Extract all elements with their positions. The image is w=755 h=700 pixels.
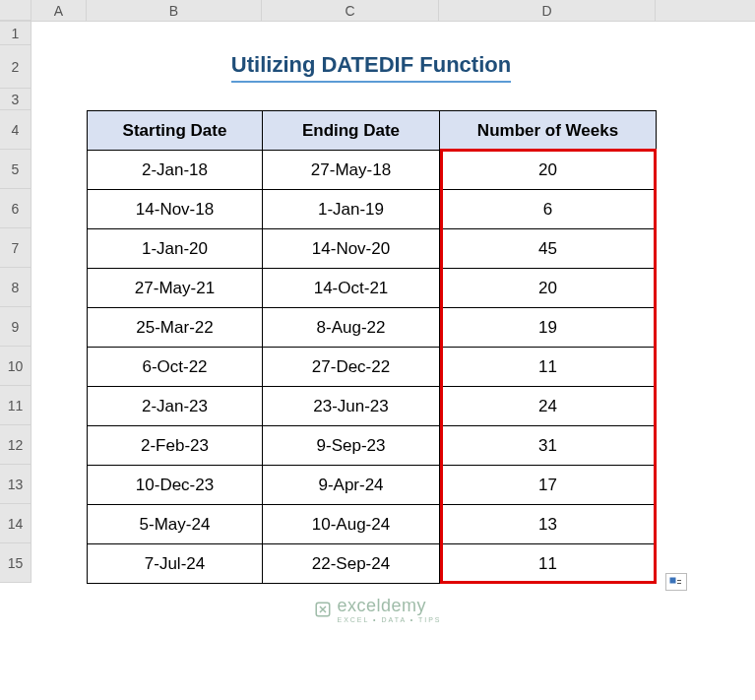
cell-weeks[interactable]: 6 [440, 190, 657, 229]
header-ending-date[interactable]: Ending Date [263, 111, 440, 151]
row-headers: 1 2 3 4 5 6 7 8 9 10 11 12 13 14 15 [0, 22, 31, 583]
cell-weeks[interactable]: 13 [440, 505, 657, 544]
row-header-12[interactable]: 12 [0, 425, 31, 465]
select-all-corner[interactable] [0, 0, 31, 21]
cell-weeks[interactable]: 20 [440, 151, 657, 190]
row-header-2[interactable]: 2 [0, 45, 31, 89]
table-row: 14-Nov-18 1-Jan-19 6 [88, 190, 657, 229]
col-header-B[interactable]: B [87, 0, 262, 21]
table-row: 10-Dec-23 9-Apr-24 17 [88, 466, 657, 505]
table-row: 27-May-21 14-Oct-21 20 [88, 269, 657, 308]
cell-start[interactable]: 2-Jan-18 [88, 151, 263, 190]
brand-icon [313, 601, 331, 618]
cell-weeks[interactable]: 17 [440, 466, 657, 505]
table-row: 5-May-24 10-Aug-24 13 [88, 505, 657, 544]
watermark: exceldemy EXCEL • DATA • TIPS [313, 596, 441, 623]
cell-start[interactable]: 25-Mar-22 [88, 308, 263, 348]
table-row: 2-Jan-18 27-May-18 20 [88, 151, 657, 190]
svg-rect-0 [670, 578, 675, 583]
table-header-row: Starting Date Ending Date Number of Week… [88, 111, 657, 151]
title-cell[interactable]: Utilizing DATEDIF Function [87, 45, 656, 89]
row-header-15[interactable]: 15 [0, 543, 31, 583]
cell-end[interactable]: 1-Jan-19 [263, 190, 440, 229]
cell-weeks[interactable]: 24 [440, 387, 657, 426]
row-header-14[interactable]: 14 [0, 504, 31, 543]
cell-start[interactable]: 2-Jan-23 [88, 387, 263, 426]
header-starting-date[interactable]: Starting Date [88, 111, 263, 151]
cell-weeks[interactable]: 19 [440, 308, 657, 348]
row-header-9[interactable]: 9 [0, 307, 31, 347]
cell-weeks[interactable]: 31 [440, 426, 657, 466]
table-row: 6-Oct-22 27-Dec-22 11 [88, 348, 657, 387]
cell-start[interactable]: 6-Oct-22 [88, 348, 263, 387]
cell-weeks[interactable]: 45 [440, 229, 657, 269]
brand-text: exceldemy [337, 596, 426, 615]
spreadsheet: A B C D 1 2 3 4 5 6 7 8 9 10 11 12 13 14… [0, 0, 755, 700]
brand-text-wrap: exceldemy EXCEL • DATA • TIPS [337, 596, 441, 623]
autofill-icon [669, 577, 683, 587]
autofill-options-button[interactable] [665, 573, 687, 591]
cell-start[interactable]: 27-May-21 [88, 269, 263, 308]
table-row: 2-Feb-23 9-Sep-23 31 [88, 426, 657, 466]
row-header-7[interactable]: 7 [0, 228, 31, 268]
row-header-11[interactable]: 11 [0, 386, 31, 425]
data-table: Starting Date Ending Date Number of Week… [87, 110, 657, 584]
column-headers: A B C D [0, 0, 755, 22]
cell-start[interactable]: 1-Jan-20 [88, 229, 263, 269]
table-row: 2-Jan-23 23-Jun-23 24 [88, 387, 657, 426]
brand-subtext: EXCEL • DATA • TIPS [337, 616, 441, 623]
cell-start[interactable]: 2-Feb-23 [88, 426, 263, 466]
row-header-13[interactable]: 13 [0, 465, 31, 504]
table-row: 1-Jan-20 14-Nov-20 45 [88, 229, 657, 269]
cell-end[interactable]: 22-Sep-24 [263, 544, 440, 584]
cell-end[interactable]: 9-Apr-24 [263, 466, 440, 505]
cell-end[interactable]: 8-Aug-22 [263, 308, 440, 348]
col-header-A[interactable]: A [31, 0, 87, 21]
cell-end[interactable]: 27-Dec-22 [263, 348, 440, 387]
cell-end[interactable]: 9-Sep-23 [263, 426, 440, 466]
row-header-6[interactable]: 6 [0, 189, 31, 228]
cell-end[interactable]: 23-Jun-23 [263, 387, 440, 426]
cell-weeks[interactable]: 20 [440, 269, 657, 308]
cell-start[interactable]: 7-Jul-24 [88, 544, 263, 584]
row-header-3[interactable]: 3 [0, 89, 31, 110]
cell-end[interactable]: 10-Aug-24 [263, 505, 440, 544]
cell-start[interactable]: 14-Nov-18 [88, 190, 263, 229]
svg-rect-2 [677, 583, 681, 584]
row-header-8[interactable]: 8 [0, 268, 31, 307]
row-header-4[interactable]: 4 [0, 110, 31, 150]
row-header-1[interactable]: 1 [0, 22, 31, 45]
cell-weeks[interactable]: 11 [440, 544, 657, 584]
cell-weeks[interactable]: 11 [440, 348, 657, 387]
col-header-C[interactable]: C [262, 0, 439, 21]
page-title: Utilizing DATEDIF Function [231, 52, 511, 83]
header-number-of-weeks[interactable]: Number of Weeks [440, 111, 657, 151]
cell-start[interactable]: 10-Dec-23 [88, 466, 263, 505]
table-row: 7-Jul-24 22-Sep-24 11 [88, 544, 657, 584]
table-row: 25-Mar-22 8-Aug-22 19 [88, 308, 657, 348]
cell-end[interactable]: 14-Nov-20 [263, 229, 440, 269]
cell-start[interactable]: 5-May-24 [88, 505, 263, 544]
svg-rect-1 [677, 580, 681, 581]
col-header-D[interactable]: D [439, 0, 656, 21]
row-header-10[interactable]: 10 [0, 347, 31, 386]
row-header-5[interactable]: 5 [0, 150, 31, 189]
cell-end[interactable]: 14-Oct-21 [263, 269, 440, 308]
cell-end[interactable]: 27-May-18 [263, 151, 440, 190]
